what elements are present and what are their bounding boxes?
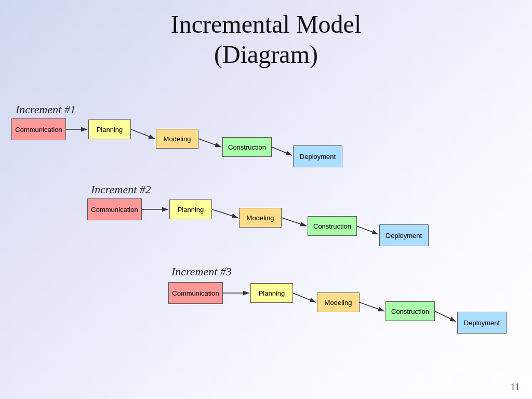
inc3-construction: Construction [385, 301, 435, 321]
inc1-planning: Planning [88, 119, 131, 139]
svg-line-11 [360, 302, 384, 311]
inc1-communication: Communication [11, 118, 66, 140]
inc3-deployment: Deployment [457, 312, 507, 334]
svg-line-2 [131, 129, 155, 139]
svg-line-7 [282, 218, 307, 226]
slide-title: Incremental Model (Diagram) [0, 0, 532, 69]
svg-line-4 [272, 147, 292, 155]
increment1-label: Increment #1 [16, 103, 76, 116]
inc2-modeling: Modeling [239, 208, 282, 228]
inc1-construction: Construction [222, 137, 272, 157]
increment3-label: Increment #3 [171, 265, 232, 278]
svg-line-8 [357, 226, 378, 234]
svg-line-3 [198, 139, 221, 147]
svg-line-10 [293, 293, 316, 302]
increment2-label: Increment #2 [91, 183, 151, 196]
page-number: 11 [511, 382, 520, 393]
inc3-communication: Communication [168, 282, 223, 304]
inc3-modeling: Modeling [317, 292, 360, 312]
inc1-modeling: Modeling [156, 129, 198, 149]
inc1-deployment: Deployment [293, 145, 342, 167]
svg-line-6 [212, 209, 238, 218]
inc2-deployment: Deployment [379, 224, 429, 246]
inc2-communication: Communication [87, 198, 142, 220]
inc2-construction: Construction [308, 216, 357, 236]
inc2-planning: Planning [169, 200, 212, 219]
inc3-planning: Planning [250, 283, 293, 303]
svg-line-12 [435, 311, 456, 322]
